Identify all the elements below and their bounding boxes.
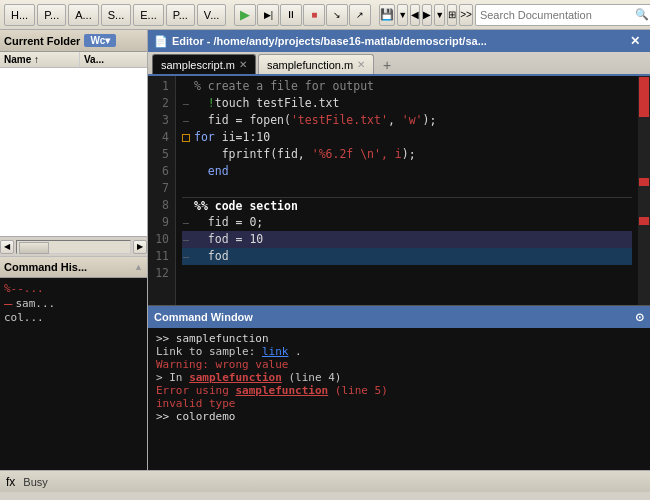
bp-marker [182, 83, 190, 91]
code-line-1: % create a file for output [182, 78, 632, 95]
list-item[interactable]: –sam... [4, 295, 143, 311]
editor-scrollbar[interactable] [638, 76, 650, 305]
scroll-left[interactable]: ◀ [0, 240, 14, 254]
toolbar-publish[interactable]: P... [166, 4, 195, 26]
toolbar-script[interactable]: S... [101, 4, 132, 26]
editor-close-button[interactable]: ✕ [626, 34, 644, 48]
current-folder-header: Current Folder Wc▾ [0, 30, 147, 52]
col-name-header[interactable]: Name ↑ [0, 52, 80, 67]
list-item[interactable]: %--... [4, 282, 143, 295]
code-line-11: – fod [182, 248, 632, 265]
file-list: Name ↑ Va... [0, 52, 147, 236]
status-bar: fx Busy [0, 470, 650, 492]
tab-close-icon[interactable]: ✕ [239, 59, 247, 70]
bp-dash: – [182, 95, 190, 112]
workspace-tab[interactable]: Wc▾ [84, 34, 116, 47]
toolbar-edit[interactable]: E... [133, 4, 164, 26]
cmd-window-title: Command Window [154, 311, 253, 323]
scroll-track[interactable] [16, 240, 131, 254]
run-controls: ▶ ▶| ⏸ ■ ↘ ↗ [234, 4, 371, 26]
cmd-window-content[interactable]: >> samplefunction Link to sample: link .… [148, 328, 650, 470]
toolbar-app[interactable]: A... [68, 4, 99, 26]
cmd-line-1: >> samplefunction [156, 332, 642, 345]
line-numbers: 1 2 3 4 5 6 7 8 9 10 11 12 [148, 76, 176, 305]
horizontal-scrollbar[interactable]: ◀ ▶ [0, 236, 147, 256]
cmd-line-2: Link to sample: link . [156, 345, 642, 358]
toolbar-home[interactable]: H... [4, 4, 35, 26]
bp-dash: – [182, 112, 190, 129]
bp-marker [182, 151, 190, 159]
code-line-5: fprintf(fid, '%6.2f \n', i); [182, 146, 632, 163]
tab-label: samplefunction.m [267, 59, 353, 71]
sort-arrow-icon: ↑ [34, 54, 39, 65]
step-in-button[interactable]: ↘ [326, 4, 348, 26]
code-line-2: – !touch testFile.txt [182, 95, 632, 112]
layout-button[interactable]: ⊞ [447, 4, 457, 26]
main-layout: Current Folder Wc▾ Name ↑ Va... ◀ ▶ Comm… [0, 30, 650, 470]
scroll-thumb[interactable] [19, 242, 49, 254]
editor-content[interactable]: 1 2 3 4 5 6 7 8 9 10 11 12 [148, 76, 650, 305]
scrollbar-thumb-3[interactable] [639, 217, 649, 225]
toolbar-view[interactable]: V... [197, 4, 227, 26]
bp-marker [182, 185, 190, 193]
scrollbar-thumb-1[interactable] [639, 77, 649, 117]
stop-button[interactable]: ■ [303, 4, 325, 26]
code-line-12 [182, 265, 632, 282]
code-line-10: – fod = 10 [182, 231, 632, 248]
code-line-9: – fid = 0; [182, 214, 632, 231]
tab-samplescript[interactable]: samplescript.m ✕ [152, 54, 256, 74]
tab-samplefunction[interactable]: samplefunction.m ✕ [258, 54, 374, 74]
code-line-3: – fid = fopen('testFile.txt', 'w'); [182, 112, 632, 129]
list-item[interactable]: col... [4, 311, 143, 324]
search-input[interactable] [480, 9, 635, 21]
bp-dash: – [182, 231, 190, 248]
search-icon[interactable]: 🔍 [635, 8, 649, 21]
sample-link[interactable]: link [262, 345, 289, 358]
cmd-window-expand[interactable]: ⊙ [635, 311, 644, 324]
cmd-line-6: invalid type [156, 397, 642, 410]
tab-close-icon[interactable]: ✕ [357, 59, 365, 70]
nav-dropdown[interactable]: ▼ [434, 4, 445, 26]
tab-add-button[interactable]: + [378, 56, 396, 74]
cmd-history-expand[interactable]: ▲ [134, 262, 143, 272]
nav-back[interactable]: ◀ [410, 4, 420, 26]
fx-icon[interactable]: fx [6, 475, 15, 489]
editor-header: 📄 Editor - /home/andy/projects/base16-ma… [148, 30, 650, 52]
code-line-6: end [182, 163, 632, 180]
nav-forward[interactable]: ▶ [422, 4, 432, 26]
editor-tabs: samplescript.m ✕ samplefunction.m ✕ + [148, 52, 650, 76]
toolbar-plot[interactable]: P... [37, 4, 66, 26]
samplefunction-link-1[interactable]: samplefunction [189, 371, 282, 384]
cmd-window-header: Command Window ⊙ [148, 306, 650, 328]
scrollbar-thumb-2[interactable] [639, 178, 649, 186]
samplefunction-link-2[interactable]: samplefunction [235, 384, 328, 397]
save-button[interactable]: 💾 [379, 4, 395, 26]
more-button[interactable]: >> [459, 4, 473, 26]
editor-file-icon: 📄 [154, 35, 168, 48]
run-button[interactable]: ▶ [234, 4, 256, 26]
cmd-history-content: %--... –sam... col... [0, 278, 147, 470]
code-line-8: %% code section [182, 197, 632, 214]
editor-title: Editor - /home/andy/projects/base16-matl… [172, 35, 626, 47]
left-panel: Current Folder Wc▾ Name ↑ Va... ◀ ▶ Comm… [0, 30, 148, 470]
bp-dash: – [182, 214, 190, 231]
bp-dash: – [182, 248, 190, 265]
cmd-line-7: >> colordemo [156, 410, 642, 423]
breakpoint-box [182, 134, 190, 142]
search-box-wrap: 🔍 [475, 4, 650, 26]
tab-label: samplescript.m [161, 59, 235, 71]
cmd-history-header: Command His... ▲ [0, 256, 147, 278]
cmd-line-4: > In samplefunction (line 4) [156, 371, 642, 384]
pause-button[interactable]: ⏸ [280, 4, 302, 26]
right-panel: 📄 Editor - /home/andy/projects/base16-ma… [148, 30, 650, 470]
code-area[interactable]: % create a file for output – !touch test… [176, 76, 638, 305]
step-out-button[interactable]: ↗ [349, 4, 371, 26]
code-line-4: for ii=1:10 [182, 129, 632, 146]
scroll-right[interactable]: ▶ [133, 240, 147, 254]
cmd-history-label: Command His... [4, 261, 87, 273]
save-dropdown[interactable]: ▼ [397, 4, 408, 26]
cmd-window: Command Window ⊙ >> samplefunction Link … [148, 305, 650, 470]
toolbar: H... P... A... S... E... P... V... ▶ ▶| … [0, 0, 650, 30]
step-button[interactable]: ▶| [257, 4, 279, 26]
bp-marker [182, 168, 190, 176]
